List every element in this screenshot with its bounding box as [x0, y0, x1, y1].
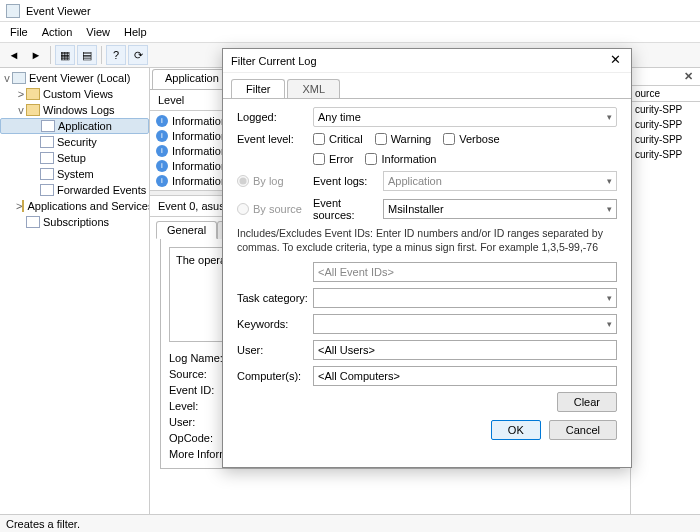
app-icon	[6, 4, 20, 18]
event-logs-label: Event logs:	[313, 175, 383, 187]
tree-item[interactable]: Subscriptions	[0, 214, 149, 230]
tree-item[interactable]: >Applications and Services Lo	[0, 198, 149, 214]
event-level-label: Event level:	[237, 133, 313, 145]
menu-help[interactable]: Help	[118, 24, 153, 40]
radio-by-source: By source	[237, 203, 313, 215]
tab-general[interactable]: General	[156, 221, 217, 239]
actions-item: curity-SPP	[631, 117, 700, 132]
forward-button[interactable]: ►	[26, 45, 46, 65]
tree-item[interactable]: Security	[0, 134, 149, 150]
event-ids-input[interactable]: <All Event IDs>	[313, 262, 617, 282]
actions-item: curity-SPP	[631, 132, 700, 147]
chevron-down-icon: ▾	[607, 293, 612, 303]
tab-xml[interactable]: XML	[287, 79, 340, 98]
tree-item[interactable]: Setup	[0, 150, 149, 166]
chk-information[interactable]: Information	[365, 153, 436, 165]
chevron-down-icon: ▾	[607, 204, 612, 214]
keywords-label: Keywords:	[237, 318, 313, 330]
filter-button[interactable]: ▤	[77, 45, 97, 65]
chevron-down-icon: ▾	[607, 176, 612, 186]
user-label: User:	[237, 344, 313, 356]
clear-button[interactable]: Clear	[557, 392, 617, 412]
tree-item[interactable]: System	[0, 166, 149, 182]
radio-by-log: By log	[237, 175, 313, 187]
tree-item[interactable]: >Custom Views	[0, 86, 149, 102]
chk-warning[interactable]: Warning	[375, 133, 432, 145]
help-button[interactable]: ?	[106, 45, 126, 65]
event-logs-combo: Application▾	[383, 171, 617, 191]
actions-close-icon[interactable]: ✕	[684, 70, 696, 83]
statusbar: Creates a filter.	[0, 514, 700, 532]
event-sources-label: Event sources:	[313, 197, 383, 221]
menubar: File Action View Help	[0, 22, 700, 42]
cancel-button[interactable]: Cancel	[549, 420, 617, 440]
actions-item: curity-SPP	[631, 147, 700, 162]
event-sources-combo[interactable]: MsiInstaller▾	[383, 199, 617, 219]
chk-error[interactable]: Error	[313, 153, 353, 165]
chevron-down-icon: ▾	[607, 112, 612, 122]
keywords-combo[interactable]: ▾	[313, 314, 617, 334]
actions-item: curity-SPP	[631, 102, 700, 117]
chk-verbose[interactable]: Verbose	[443, 133, 499, 145]
logged-label: Logged:	[237, 111, 313, 123]
tree-root[interactable]: vEvent Viewer (Local)	[0, 70, 149, 86]
computer-input[interactable]: <All Computers>	[313, 366, 617, 386]
logged-combo[interactable]: Any time▾	[313, 107, 617, 127]
actions-pane: ✕ ourcecurity-SPPcurity-SPPcurity-SPPcur…	[630, 68, 700, 514]
tree-item[interactable]: Forwarded Events	[0, 182, 149, 198]
dialog-title: Filter Current Log	[231, 55, 317, 67]
chk-critical[interactable]: Critical	[313, 133, 363, 145]
computer-label: Computer(s):	[237, 370, 313, 382]
level-checkboxes: Critical Warning Verbose Error Informati…	[313, 133, 617, 165]
actions-item: ource	[631, 86, 700, 102]
back-button[interactable]: ◄	[4, 45, 24, 65]
refresh-button[interactable]: ⟳	[128, 45, 148, 65]
tab-application[interactable]: Application	[152, 69, 232, 89]
show-tree-button[interactable]: ▦	[55, 45, 75, 65]
filter-dialog: Filter Current Log ✕ Filter XML Logged: …	[222, 48, 632, 468]
task-category-combo[interactable]: ▾	[313, 288, 617, 308]
tab-filter[interactable]: Filter	[231, 79, 285, 98]
tree-item[interactable]: vWindows Logs	[0, 102, 149, 118]
menu-file[interactable]: File	[4, 24, 34, 40]
menu-view[interactable]: View	[80, 24, 116, 40]
titlebar: Event Viewer	[0, 0, 700, 22]
user-input[interactable]: <All Users>	[313, 340, 617, 360]
task-category-label: Task category:	[237, 292, 313, 304]
window-title: Event Viewer	[26, 5, 91, 17]
dialog-close-button[interactable]: ✕	[607, 53, 623, 69]
ok-button[interactable]: OK	[491, 420, 541, 440]
menu-action[interactable]: Action	[36, 24, 79, 40]
chevron-down-icon: ▾	[607, 319, 612, 329]
tree-item[interactable]: Application	[0, 118, 149, 134]
help-text: Includes/Excludes Event IDs: Enter ID nu…	[237, 227, 617, 254]
nav-tree[interactable]: vEvent Viewer (Local) >Custom ViewsvWind…	[0, 68, 150, 514]
